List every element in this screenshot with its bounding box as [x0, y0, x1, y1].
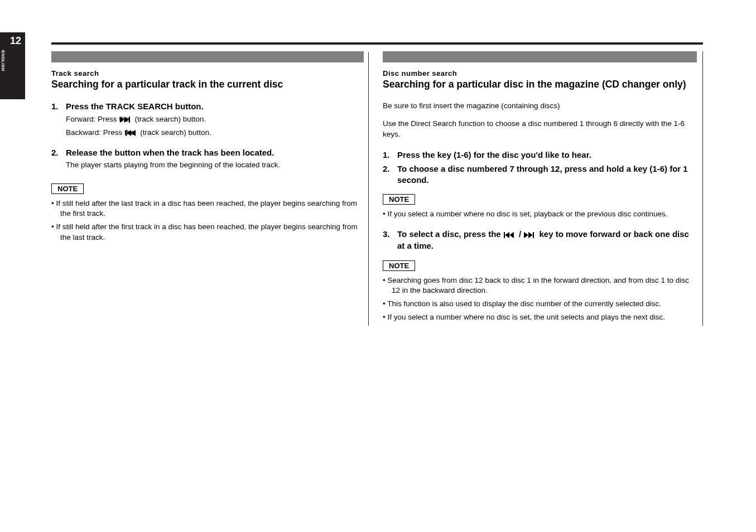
step-2: 2. Release the button when the track has…	[51, 147, 364, 170]
step-sub: Backward: Press the (track search) butto…	[66, 127, 364, 139]
svg-marker-1	[124, 117, 129, 123]
note-block: NOTE • Searching goes from disc 12 back …	[383, 260, 697, 323]
sub-suffix: (track search) button.	[135, 115, 206, 123]
step-text: To select a disc, press the / key to mov…	[397, 229, 697, 252]
step-text: Press the TRACK SEARCH button.	[66, 101, 364, 112]
step-1: 1. Press the TRACK SEARCH button. Forwar…	[51, 101, 364, 139]
svg-rect-3	[126, 130, 127, 136]
step-3: 3. To select a disc, press the / key to …	[383, 229, 697, 252]
rewind-icon	[504, 230, 516, 241]
note-bullet: • This function is also used to display …	[383, 299, 697, 309]
step-text: Release the button when the track has be…	[66, 147, 364, 158]
step-number: 2.	[51, 147, 66, 170]
svg-rect-2	[129, 117, 130, 123]
top-horizontal-rule	[51, 42, 703, 45]
step-number: 2.	[383, 163, 397, 185]
note-label: NOTE	[51, 183, 84, 194]
section-title: Searching for a particular disc in the m…	[383, 79, 697, 90]
step-text-part: /	[519, 229, 523, 239]
svg-marker-0	[120, 117, 124, 123]
section-heading-bar	[51, 51, 364, 62]
step-number: 3.	[383, 229, 397, 252]
page-number: 12	[10, 35, 21, 47]
fast-forward-icon	[524, 230, 536, 241]
step-number: 1.	[383, 149, 397, 161]
note-block: NOTE • If still held after the last trac…	[51, 183, 364, 243]
svg-marker-4	[127, 130, 131, 136]
svg-rect-11	[533, 232, 534, 238]
right-column: Disc number search Searching for a parti…	[383, 51, 703, 326]
note-bullet: • If you select a number where no disc i…	[383, 312, 697, 322]
svg-marker-7	[505, 232, 509, 238]
note-bullet: • If you select a number where no disc i…	[383, 209, 697, 219]
note-bullet: • Searching goes from disc 12 back to di…	[383, 275, 697, 296]
step-1: 1. Press the key (1-6) for the disc you'…	[383, 149, 697, 161]
step-text-part: To select a disc, press the	[397, 229, 503, 239]
svg-rect-6	[504, 232, 505, 238]
step-number: 1.	[51, 101, 66, 139]
svg-marker-5	[131, 130, 136, 136]
svg-marker-10	[528, 232, 533, 238]
sub-suffix: (track search) button.	[140, 128, 211, 137]
paragraph: Use the Direct Search function to choose…	[383, 119, 697, 139]
column-divider	[368, 52, 369, 326]
note-label: NOTE	[383, 260, 415, 271]
note-bullet: • If still held after the first track in…	[51, 222, 364, 242]
paragraph: Be sure to first insert the magazine (co…	[383, 101, 697, 111]
section-title: Searching for a particular track in the …	[51, 79, 364, 90]
step-sub: Forward: Press the (track search) button…	[66, 114, 364, 126]
svg-marker-9	[524, 232, 528, 238]
note-block: NOTE • If you select a number where no d…	[383, 194, 697, 219]
section-heading-bar	[383, 51, 697, 62]
tab-language-label: ENGLISH	[1, 50, 6, 98]
note-bullet: • If still held after the last track in …	[51, 199, 364, 219]
step-2: 2. To choose a disc numbered 7 through 1…	[383, 163, 697, 185]
note-label: NOTE	[383, 194, 415, 205]
step-sub: The player starts playing from the begin…	[66, 160, 364, 170]
left-column: Track search Searching for a particular …	[51, 51, 364, 246]
step-text: To choose a disc numbered 7 through 12, …	[397, 163, 697, 185]
step-text: Press the key (1-6) for the disc you'd l…	[397, 149, 697, 161]
section-label: Track search	[51, 69, 364, 78]
svg-marker-8	[509, 232, 514, 238]
section-label: Disc number search	[383, 69, 697, 78]
